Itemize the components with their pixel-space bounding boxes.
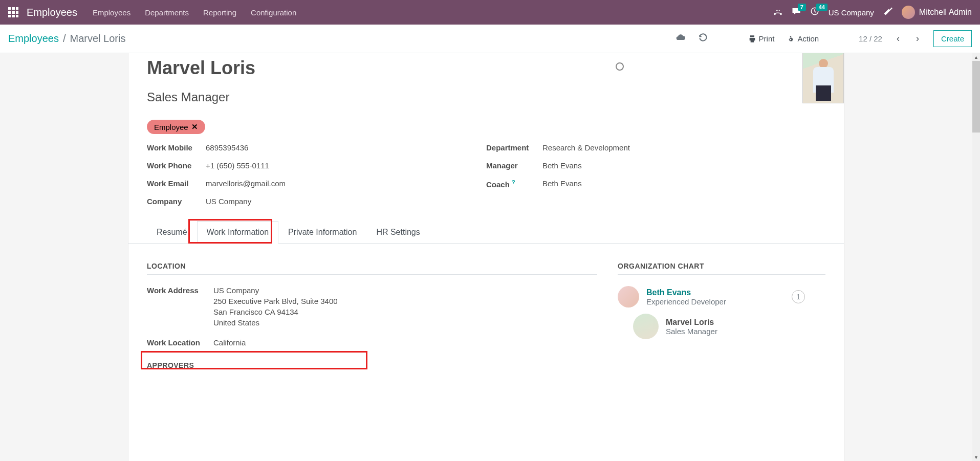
manager-value: Beth Evans [542, 161, 582, 170]
work-location-value: California [213, 338, 246, 347]
tab-resume[interactable]: Resumé [147, 221, 197, 243]
work-mobile-label: Work Mobile [147, 143, 206, 152]
work-phone-value: +1 (650) 555-0111 [206, 161, 269, 170]
nav-reporting[interactable]: Reporting [203, 8, 236, 17]
user-name: Mitchell Admin [919, 8, 972, 17]
org-manager-name[interactable]: Beth Evans [646, 288, 726, 297]
activities-icon[interactable]: 44 [810, 7, 819, 18]
tag-remove-icon[interactable]: ✕ [191, 122, 198, 131]
department-label: Department [486, 143, 542, 152]
svg-point-0 [774, 13, 775, 14]
coach-value: Beth Evans [542, 179, 582, 189]
tag-label: Employee [154, 123, 188, 131]
pager-prev[interactable]: ‹ [895, 33, 902, 44]
nav-departments[interactable]: Departments [145, 8, 189, 17]
company-label: Company [147, 197, 206, 206]
scroll-down-icon[interactable]: ▼ [972, 453, 980, 461]
pager: 12 / 22 [859, 34, 882, 43]
action-button[interactable]: Action [787, 34, 819, 43]
tab-private-information[interactable]: Private Information [278, 221, 366, 243]
org-manager-avatar [618, 286, 639, 308]
work-address-value: US Company 250 Executive Park Blvd, Suit… [213, 286, 338, 329]
nav-employees[interactable]: Employees [93, 8, 130, 17]
work-mobile-value: 6895395436 [206, 143, 248, 152]
undo-icon[interactable] [698, 32, 708, 45]
user-menu[interactable]: Mitchell Admin [902, 6, 972, 19]
breadcrumb: Employees / Marvel Loris [8, 33, 125, 45]
work-email-value: marvelloris@gmail.com [206, 179, 286, 188]
breadcrumb-root[interactable]: Employees [8, 33, 59, 45]
breadcrumb-separator: / [63, 33, 66, 45]
section-location: LOCATION [147, 262, 597, 275]
phone-icon[interactable] [773, 7, 782, 18]
cloud-icon[interactable] [676, 32, 686, 45]
section-org-chart: ORGANIZATION CHART [618, 262, 825, 275]
org-manager[interactable]: Beth Evans Experienced Developer 1 [618, 286, 825, 308]
tools-icon[interactable] [883, 7, 892, 18]
help-icon[interactable]: ? [512, 179, 515, 185]
org-manager-title: Experienced Developer [646, 297, 726, 306]
scroll-thumb[interactable] [972, 61, 980, 133]
nav-configuration[interactable]: Configuration [251, 8, 296, 17]
org-self[interactable]: Marvel Loris Sales Manager [633, 314, 825, 339]
org-self-title: Sales Manager [666, 327, 717, 336]
org-self-name: Marvel Loris [666, 318, 717, 327]
activities-badge: 44 [816, 4, 827, 11]
employee-name: Marvel Loris [147, 53, 825, 79]
work-address-label: Work Address [147, 286, 213, 295]
scrollbar[interactable]: ▲ ▼ [972, 53, 980, 461]
org-self-avatar [633, 314, 659, 339]
scroll-up-icon[interactable]: ▲ [972, 53, 980, 61]
svg-point-1 [780, 13, 781, 14]
app-title: Employees [27, 7, 77, 18]
company-value: US Company [206, 197, 251, 206]
pager-next[interactable]: › [914, 33, 921, 44]
tag-employee[interactable]: Employee ✕ [147, 120, 205, 134]
breadcrumb-current: Marvel Loris [70, 33, 126, 45]
section-approvers: APPROVERS [147, 361, 597, 374]
create-button[interactable]: Create [933, 30, 972, 47]
user-avatar [902, 6, 915, 19]
messages-icon[interactable]: 7 [792, 7, 801, 18]
work-location-label: Work Location [147, 338, 213, 347]
employee-photo[interactable] [802, 53, 844, 103]
messages-badge: 7 [798, 4, 806, 11]
apps-icon[interactable] [8, 7, 18, 17]
job-title: Sales Manager [147, 90, 825, 104]
tab-hr-settings[interactable]: HR Settings [366, 221, 429, 243]
tab-work-information[interactable]: Work Information [197, 221, 279, 244]
company-selector[interactable]: US Company [829, 8, 874, 17]
work-email-label: Work Email [147, 179, 206, 188]
manager-label: Manager [486, 161, 542, 170]
coach-label: Coach ? [486, 179, 542, 189]
department-value: Research & Development [542, 143, 630, 152]
work-phone-label: Work Phone [147, 161, 206, 170]
presence-indicator[interactable] [616, 62, 624, 71]
print-button[interactable]: Print [748, 34, 775, 43]
org-manager-count: 1 [792, 290, 805, 303]
